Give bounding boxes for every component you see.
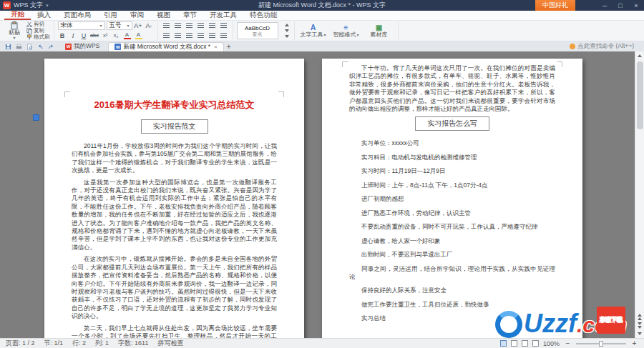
zoom-slider[interactable] bbox=[576, 343, 626, 344]
bold-button[interactable]: B bbox=[58, 31, 67, 40]
borders-button[interactable] bbox=[219, 21, 229, 30]
paragraph[interactable]: 在这次的实习中，锻炼就从摆摊开始。参会的多是来自全国各地的外贸公司，大家都提前几… bbox=[72, 255, 277, 320]
menu-tab-home[interactable]: 开始 bbox=[4, 11, 31, 20]
vertical-scrollbar[interactable] bbox=[635, 51, 644, 338]
paragraph[interactable]: 这是我第一次参加这种大型的国际博览会，也是第一次做翻译服务工作，对于还没有真正走… bbox=[72, 179, 277, 252]
list-item[interactable]: 实习单位：xxxxx公司 bbox=[349, 139, 555, 147]
document-heading[interactable]: 2016暑期大学生翻译专业实习总结范文 bbox=[72, 99, 277, 111]
section-box[interactable]: 实习报告怎么写 bbox=[415, 116, 489, 131]
menu-tab-insert[interactable]: 插入 bbox=[31, 11, 57, 20]
outline-view-button[interactable] bbox=[522, 340, 528, 347]
paste-button[interactable]: 粘贴 ▾ bbox=[5, 21, 24, 40]
bullets-button[interactable] bbox=[162, 21, 172, 30]
highlight-color-button[interactable]: A bbox=[134, 31, 144, 40]
assets-library-button[interactable]: ▣ 素材库 bbox=[364, 24, 394, 38]
shrink-font-button[interactable]: A- bbox=[145, 21, 154, 30]
minimize-button[interactable]: ─ bbox=[597, 0, 613, 11]
scroll-down-button[interactable] bbox=[635, 329, 644, 338]
subtitle-box[interactable]: 实习报告范文 bbox=[141, 119, 208, 134]
page-2[interactable]: 下十年功。背了几天的单词这次只用了一次。在我们摊位的对面是卖编织洋工艺品的摊位，… bbox=[322, 59, 582, 338]
undo-icon bbox=[37, 44, 44, 50]
menu-tab-special-features[interactable]: 特色功能 bbox=[243, 11, 283, 20]
list-item[interactable]: 虚心请教，给人家一个好印象 bbox=[349, 237, 555, 245]
numbering-button[interactable] bbox=[173, 21, 183, 30]
distribute-button[interactable] bbox=[208, 31, 218, 40]
list-item[interactable]: 上班时间：上午，8点-11点 下午，1点07分-4点 bbox=[349, 182, 555, 189]
fullscreen-view-button[interactable] bbox=[532, 340, 539, 347]
superscript-button[interactable]: x² bbox=[101, 31, 110, 40]
align-right-button[interactable] bbox=[185, 31, 195, 40]
menu-tab-view[interactable]: 视图 bbox=[150, 11, 177, 20]
list-item[interactable]: 实习时间：11月19日—12月9日 bbox=[349, 167, 555, 175]
italic-button[interactable]: I bbox=[69, 31, 78, 40]
menu-tab-developer[interactable]: 开发工具 bbox=[203, 11, 243, 20]
zoom-slider-thumb[interactable] bbox=[599, 341, 603, 347]
justify-button[interactable] bbox=[196, 31, 206, 40]
paragraph[interactable]: 下十年功。背了几天的单词这次只用了一次。在我们摊位的对面是卖编织洋工艺品的摊位，… bbox=[349, 64, 555, 113]
underline-button[interactable]: U bbox=[79, 31, 89, 40]
menu-tab-references[interactable]: 引用 bbox=[97, 11, 124, 20]
menu-tab-section[interactable]: 章节 bbox=[177, 11, 203, 20]
maximize-button[interactable]: □ bbox=[613, 0, 628, 11]
grow-font-button[interactable]: A+ bbox=[134, 21, 143, 30]
list-item[interactable]: 同事之间，灵活运用，结合所学知识，理论用于实践，从实践中见证理论 bbox=[349, 265, 555, 281]
menu-tab-page-layout[interactable]: 页面布局 bbox=[57, 11, 97, 20]
list-item[interactable]: 保持良好的人际关系，注意安全 bbox=[349, 287, 555, 294]
paragraph[interactable]: 第二天，我们早上七点就得从住处出发，因为离会场比较远，坐车需要一个多小时，到了会… bbox=[72, 324, 277, 338]
zoom-out-button[interactable]: − bbox=[564, 340, 572, 347]
next-page-button[interactable] bbox=[635, 321, 644, 329]
redo-button[interactable] bbox=[46, 42, 57, 51]
menu-tab-review[interactable]: 审阅 bbox=[124, 11, 150, 20]
decrease-indent-button[interactable] bbox=[185, 21, 195, 30]
format-painter-button[interactable]: 格式刷 bbox=[26, 34, 50, 40]
print-preview-button[interactable] bbox=[24, 42, 35, 51]
margin-bookmark-icon[interactable] bbox=[33, 114, 39, 121]
list-item[interactable]: 实习科目：电动机与发电机的检测维修管理 bbox=[349, 154, 555, 161]
page-1[interactable]: 2016暑期大学生翻译专业实习总结范文 实习报告范文 2011年1月份，学校放假… bbox=[44, 59, 304, 338]
align-center-button[interactable] bbox=[173, 31, 183, 40]
list-item[interactable]: 进厂初期的感想 bbox=[349, 195, 555, 203]
copy-button[interactable]: 复制 bbox=[26, 28, 50, 34]
list-item[interactable]: 不要乱动贵重的设备，同时不可开玩笑，工作认真，严格遵守纪律 bbox=[349, 223, 555, 231]
smart-format-button[interactable]: ≡ 智能格式 ▾ bbox=[331, 24, 361, 38]
scrollbar-thumb[interactable] bbox=[637, 61, 643, 129]
increase-indent-button[interactable] bbox=[196, 21, 206, 30]
font-color-button[interactable]: A bbox=[122, 31, 132, 40]
scroll-up-button[interactable] bbox=[635, 51, 644, 60]
close-button[interactable]: × bbox=[628, 0, 644, 11]
style-gallery-up-button[interactable] bbox=[283, 23, 291, 27]
text-tools-icon: A bbox=[311, 24, 316, 31]
style-chip[interactable]: AaBbCcD 要点 bbox=[237, 22, 278, 39]
tab-close-icon[interactable]: × bbox=[214, 44, 218, 50]
cut-button[interactable]: 剪切 bbox=[26, 21, 50, 27]
save-button[interactable] bbox=[3, 42, 14, 51]
app-menu-button[interactable]: WPS 文字 bbox=[14, 1, 43, 10]
promo-badge-button[interactable]: 中国好礼 bbox=[535, 0, 575, 11]
line-spacing-button[interactable] bbox=[219, 31, 229, 40]
new-tab-button[interactable]: + bbox=[224, 42, 234, 51]
list-item[interactable]: 进厂熟悉工作环境，劳动纪律，认识主管 bbox=[349, 209, 555, 217]
tab-my-wps[interactable]: W 我的WPS bbox=[59, 42, 105, 51]
zoom-in-button[interactable]: + bbox=[630, 340, 638, 347]
list-item[interactable]: 做完工作要注重卫生，工具归位还原，勤快做事 bbox=[349, 301, 555, 309]
paragraph[interactable]: 2011年1月份，学校放假3周的时间作为我们这个学期的实习时间，让我们有机会参加… bbox=[72, 142, 277, 175]
text-tools-button[interactable]: A 文字工具 ▾ bbox=[298, 24, 328, 38]
web-layout-view-button[interactable] bbox=[511, 340, 517, 347]
previous-page-button[interactable] bbox=[635, 312, 644, 321]
list-item[interactable]: 出勤时间，不要迟到与早退出工厂 bbox=[349, 251, 555, 259]
tab-current-document[interactable]: W 新建 Microsoft Word 文档.docx * × bbox=[108, 42, 223, 51]
status-spellcheck[interactable]: 拼写检查 bbox=[157, 339, 183, 348]
strikethrough-button[interactable]: abc bbox=[90, 31, 99, 40]
font-size-select[interactable]: 五号 ▾ bbox=[107, 21, 132, 30]
find-command-hint[interactable]: 点此查找命令 (Alt+~) bbox=[570, 42, 634, 51]
status-word-count[interactable]: 字数: 1611 bbox=[118, 339, 148, 348]
print-layout-view-button[interactable] bbox=[500, 340, 507, 347]
style-gallery-more-button[interactable] bbox=[283, 34, 291, 39]
align-left-button[interactable] bbox=[162, 31, 172, 40]
shading-button[interactable] bbox=[208, 21, 218, 30]
undo-button[interactable] bbox=[35, 42, 46, 51]
font-name-select[interactable]: 宋体 ▾ bbox=[58, 21, 105, 30]
print-button[interactable] bbox=[14, 42, 24, 51]
subscript-button[interactable]: x₂ bbox=[112, 31, 121, 40]
style-gallery-down-button[interactable] bbox=[283, 29, 291, 33]
